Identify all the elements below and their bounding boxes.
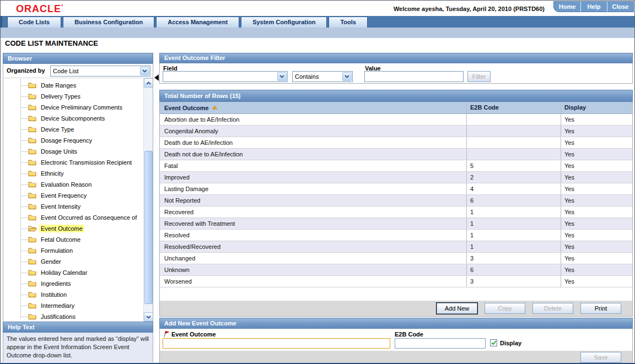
panel-collapse-arrow-icon[interactable] (154, 74, 159, 81)
tab-code-lists[interactable]: Code Lists (7, 17, 61, 28)
table-row[interactable]: Recovered with Treatment1Yes (160, 218, 632, 230)
tree-item-gender[interactable]: Gender (3, 256, 143, 267)
cell-display: Yes (561, 183, 632, 194)
column-header-display[interactable]: Display (561, 102, 632, 113)
tree-item-ethnicity[interactable]: Ethnicity (3, 168, 143, 179)
tree-item-event-intensity[interactable]: Event Intensity (3, 201, 143, 212)
operator-select[interactable]: Contains (292, 71, 353, 82)
tree-connector (20, 218, 28, 218)
filter-button[interactable]: Filter (467, 71, 491, 82)
table-row[interactable]: Abortion due to AE/InfectionYes (160, 114, 632, 126)
tree-item-electronic-transmission-recipient[interactable]: Electronic Transmission Recipient (3, 157, 143, 168)
table-row[interactable]: Fatal5Yes (160, 160, 632, 172)
tree-item-label: Evaluation Reason (39, 181, 93, 188)
cell-display: Yes (561, 253, 632, 264)
table-row[interactable]: Death not due to AE/infectionYes (160, 149, 632, 160)
tree-connector (20, 295, 28, 295)
tree-item-label: Ethnicity (39, 170, 66, 177)
cell-e2b-code: 3 (467, 276, 561, 287)
tree-item-delivery-types[interactable]: Delivery Types (3, 91, 143, 102)
table-row[interactable]: Lasting Damage4Yes (160, 183, 632, 195)
tree-connector (20, 284, 28, 284)
display-checkbox[interactable] (490, 339, 497, 346)
event-outcome-input[interactable] (163, 338, 390, 349)
tree-item-dosage-frequency[interactable]: Dosage Frequency (3, 135, 143, 146)
tab-business-configuration[interactable]: Business Configuration (63, 17, 154, 28)
tree-item-justifications[interactable]: Justifications (3, 311, 143, 322)
save-button[interactable]: Save (580, 352, 621, 363)
tree-item-fetal-outcome[interactable]: Fetal Outcome (3, 234, 143, 245)
tree-item-event-occurred-as-consequence-of[interactable]: Event Occurred as Consequence of (3, 212, 143, 223)
tree-item-device-subcomponents[interactable]: Device Subcomponents (3, 113, 143, 124)
cell-event-outcome: Resolved/Recovered (160, 241, 467, 252)
table-row[interactable]: Congenital AnomalyYes (160, 126, 632, 137)
cell-display: Yes (561, 114, 632, 125)
tree-item-holiday-calendar[interactable]: Holiday Calendar (3, 267, 143, 278)
chevron-down-icon[interactable] (277, 72, 287, 81)
event-outcome-label: Event Outcome (171, 331, 216, 338)
table-filler (160, 287, 632, 300)
table-row[interactable]: Resolved/Recovered1Yes (160, 241, 632, 253)
tree-item-formulation[interactable]: Formulation (3, 245, 143, 256)
tree-item-intermediary[interactable]: Intermediary (3, 300, 143, 311)
tree-item-date-ranges[interactable]: Date Ranges (3, 80, 143, 91)
table-row[interactable]: Improved2Yes (160, 172, 632, 183)
cell-event-outcome: Recovered (160, 207, 467, 218)
tree-item-event-frequency[interactable]: Event Frequency (3, 190, 143, 201)
table-row[interactable]: Worsened3Yes (160, 276, 632, 287)
home-button[interactable]: Home (554, 2, 580, 12)
table-row[interactable]: Recovered1Yes (160, 207, 632, 218)
scrollbar-thumb[interactable] (144, 151, 153, 304)
tree-item-institution[interactable]: Institution (3, 289, 143, 300)
folder-icon (28, 269, 37, 276)
copy-button[interactable]: Copy (485, 303, 525, 314)
delete-button[interactable]: Delete (532, 303, 573, 314)
tree-item-label: Dosage Units (39, 148, 79, 155)
tab-tools[interactable]: Tools (329, 17, 368, 28)
scroll-down-icon[interactable] (144, 312, 153, 322)
folder-icon (28, 302, 37, 309)
scroll-up-icon[interactable] (144, 78, 153, 88)
tree-item-evaluation-reason[interactable]: Evaluation Reason (3, 179, 143, 190)
table-row[interactable]: Unknown6Yes (160, 264, 632, 276)
total-rows-header: Total Number of Rows (15) (159, 90, 633, 102)
code-list-tree: Date RangesDelivery TypesDevice Prelimin… (3, 78, 153, 322)
tree-item-label: Event Outcome (39, 225, 84, 232)
table-row[interactable]: Resolved1Yes (160, 230, 632, 241)
e2b-code-label: E2B Code (395, 331, 423, 338)
tree-item-ingredients[interactable]: Ingredients (3, 278, 143, 289)
add-new-button[interactable]: Add New (437, 303, 477, 314)
table-row[interactable]: Not Reported6Yes (160, 195, 632, 207)
tab-system-configuration[interactable]: System Configuration (241, 17, 327, 28)
cell-e2b-code: 4 (467, 183, 561, 194)
cell-e2b-code: 1 (467, 230, 561, 241)
column-header-event-outcome[interactable]: Event Outcome (160, 102, 467, 113)
folder-icon (28, 93, 37, 100)
cell-display: Yes (561, 137, 632, 148)
table-row[interactable]: Death due to AE/infectionYes (160, 137, 632, 149)
tab-access-management[interactable]: Access Management (156, 17, 239, 28)
filter-body: Field Contains Value Filter (160, 63, 632, 83)
tree-item-event-outcome[interactable]: Event Outcome (3, 223, 143, 234)
column-header-e2b-code[interactable]: E2B Code (467, 102, 561, 113)
help-text-body: The values entered here and marked as “d… (3, 333, 153, 362)
value-input[interactable] (364, 71, 464, 82)
cell-e2b-code (467, 149, 561, 160)
chevron-down-icon[interactable] (342, 72, 352, 81)
e2b-code-input[interactable] (395, 338, 486, 349)
tree-item-device-preliminary-comments[interactable]: Device Preliminary Comments (3, 102, 143, 113)
field-select[interactable] (163, 71, 288, 82)
organized-by-select[interactable]: Code List (50, 66, 150, 77)
tree-scrollbar[interactable] (143, 78, 153, 322)
print-button[interactable]: Print (580, 303, 621, 314)
table-row[interactable]: Unchanged3Yes (160, 253, 632, 264)
chevron-down-icon[interactable] (140, 67, 149, 75)
help-button[interactable]: Help (580, 2, 607, 12)
save-button-bar: Save (160, 350, 632, 363)
tree-connector (20, 173, 28, 174)
close-button[interactable]: Close (607, 2, 633, 12)
add-new-event-outcome-section: Add New Event Outcome Event Outcome E2B … (159, 318, 633, 364)
cell-e2b-code (467, 126, 561, 137)
tree-item-device-type[interactable]: Device Type (3, 124, 143, 135)
tree-item-dosage-units[interactable]: Dosage Units (3, 146, 143, 157)
